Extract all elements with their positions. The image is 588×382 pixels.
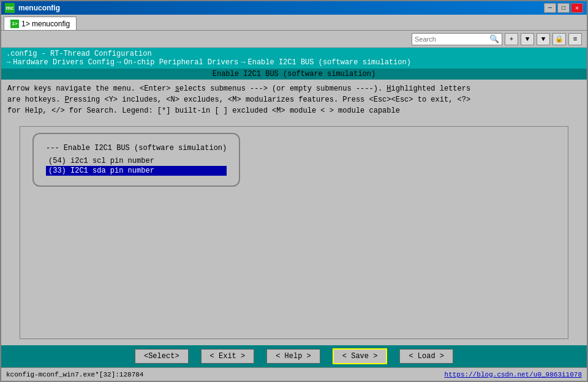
help-text: Arrow keys navigate the menu. <Enter> se… (1, 80, 587, 120)
search-input[interactable] (415, 36, 488, 43)
dropdown-button[interactable]: ▼ (521, 33, 534, 45)
help-line3: for Help, </> for Search. Legend: [*] bu… (7, 105, 581, 116)
path-i2c: Enable I2C1 BUS (software simulation) (247, 58, 410, 67)
menu-panel: --- Enable I2C1 BUS (software simulation… (20, 126, 568, 339)
arrow-icon-3: → (241, 58, 245, 67)
status-bar: kconfig-mconf_win7.exe*[32]:128784 https… (1, 367, 587, 381)
add-button[interactable]: + (505, 33, 518, 45)
menu-panel-border: --- Enable I2C1 BUS (software simulation… (32, 133, 240, 187)
help-line2: are hotkeys. Pressing <Y> includes, <N> … (7, 94, 581, 105)
lock-icon: 🔒 (552, 33, 566, 45)
title-bar: mc menuconfig ─ □ ✕ (1, 1, 587, 15)
status-left: kconfig-mconf_win7.exe*[32]:128784 (6, 371, 143, 378)
search-box: 🔍 (412, 33, 502, 45)
arrow-icon-1: → (6, 58, 10, 67)
main-content: .config - RT-Thread Configuration → Hard… (1, 48, 587, 367)
exit-button[interactable]: < Exit > (201, 349, 255, 364)
close-button[interactable]: ✕ (571, 3, 583, 13)
config-path-line1: .config - RT-Thread Configuration (6, 50, 582, 58)
path-hardware: Hardware Drivers Config (13, 58, 115, 67)
path-onchip: On-chip Peripheral Drivers (124, 58, 238, 67)
arrow-icon-2: → (117, 58, 121, 67)
menu-title: --- Enable I2C1 BUS (software simulation… (46, 144, 227, 152)
toolbar: 🔍 + ▼ ▼ 🔒 ≡ (1, 31, 587, 48)
path-bar: .config - RT-Thread Configuration → Hard… (1, 48, 587, 69)
tab-label: 1> menuconfig (21, 20, 70, 28)
main-window: mc menuconfig ─ □ ✕ 1> 1> menuconfig 🔍 +… (0, 0, 588, 382)
dropdown2-button[interactable]: ▼ (537, 33, 550, 45)
load-button[interactable]: < Load > (399, 349, 453, 364)
tab-menuconfig[interactable]: 1> 1> menuconfig (4, 17, 77, 30)
config-path-line2: → Hardware Drivers Config → On-chip Peri… (6, 58, 582, 67)
search-icon: 🔍 (489, 34, 499, 44)
select-button[interactable]: <Select> (135, 349, 189, 364)
menu-item-scl[interactable]: (54) i2c1 scl pin number (46, 156, 227, 166)
tab-icon: 1> (10, 20, 19, 28)
center-title: Enable I2C1 BUS (software simulation) (1, 69, 587, 80)
bottom-bar: <Select> < Exit > < Help > < Save > < Lo… (1, 345, 587, 367)
center-title-text: Enable I2C1 BUS (software simulation) (213, 70, 375, 78)
help-line1: Arrow keys navigate the menu. <Enter> se… (7, 83, 581, 94)
app-icon: mc (5, 3, 15, 13)
tab-bar: 1> 1> menuconfig (1, 15, 587, 31)
help-button[interactable]: < Help > (266, 349, 320, 364)
menu-item-sda[interactable]: (33) I2C1 sda pin number (46, 166, 227, 176)
title-bar-left: mc menuconfig (5, 3, 60, 13)
maximize-button[interactable]: □ (557, 3, 570, 13)
save-button[interactable]: < Save > (333, 348, 388, 364)
title-bar-controls: ─ □ ✕ (544, 3, 583, 13)
status-right: https://blog.csdn.net/u0_9863i1078 (445, 371, 582, 378)
menu-button[interactable]: ≡ (568, 33, 582, 45)
window-title: menuconfig (18, 4, 60, 12)
minimize-button[interactable]: ─ (544, 3, 556, 13)
menu-panel-wrapper: --- Enable I2C1 BUS (software simulation… (1, 120, 587, 345)
